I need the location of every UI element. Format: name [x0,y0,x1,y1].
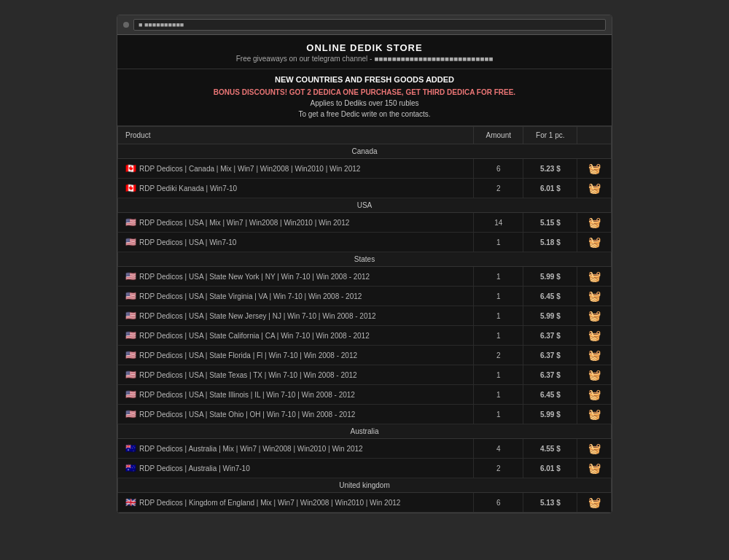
add-to-cart-button[interactable]: 🧺 [588,236,601,248]
cart-cell[interactable]: 🧺 [577,385,612,405]
table-row: 🇺🇸 RDP Dedicos | USA | State Ohio | OH |… [118,405,612,424]
cart-cell[interactable]: 🧺 [577,326,612,346]
store-telegram: Free giveaways on our telegram channel -… [132,55,597,63]
product-name-cell: 🇺🇸 RDP Dedicos | USA | State Virginia | … [118,287,474,306]
cart-cell[interactable]: 🧺 [577,233,612,252]
product-name-text: RDP Dediki Kanada | Win7-10 [139,184,237,192]
flag-icon: 🇬🇧 [125,497,136,508]
product-name-text: RDP Dedicos | USA | State California | C… [139,332,370,340]
cart-cell[interactable]: 🧺 [577,365,612,385]
product-name-cell: 🇺🇸 RDP Dedicos | USA | State New York | … [118,267,474,287]
browser-window: ■ ■■■■■■■■■■ ONLINE DEDIK STORE Free giv… [117,15,612,513]
news-title: NEW COUNTRIES AND FRESH GOODS ADDED [132,75,597,84]
product-name-cell: 🇬🇧 RDP Dedicos | Kingdom of England | Mi… [118,493,474,513]
cart-cell[interactable]: 🧺 [577,306,612,326]
amount-cell: 1 [474,326,523,346]
add-to-cart-button[interactable]: 🧺 [588,497,601,508]
product-name-text: RDP Dedicos | Australia | Win7-10 [139,464,250,472]
product-name-cell: 🇺🇸 RDP Dedicos | USA | State California … [118,326,474,346]
product-name-cell: 🇦🇺 RDP Dedicos | Australia | Mix | Win7 … [118,439,474,459]
product-name-text: RDP Dedicos | USA | State Ohio | OH | Wi… [139,411,355,419]
product-name-text: RDP Dedicos | USA | State Florida | Fl |… [139,351,357,359]
flag-icon: 🇺🇸 [125,291,136,301]
cart-cell[interactable]: 🧺 [577,459,612,478]
category-name: United kingdom [118,478,612,493]
col-header-price: For 1 pc. [523,127,577,144]
col-header-amount: Amount [474,127,523,144]
add-to-cart-button[interactable]: 🧺 [588,389,601,400]
add-to-cart-button[interactable]: 🧺 [588,310,601,322]
price-cell: 6.37 $ [523,326,577,346]
add-to-cart-button[interactable]: 🧺 [588,349,601,361]
add-to-cart-button[interactable]: 🧺 [588,369,601,381]
table-row: 🇺🇸 RDP Dedicos | USA | Mix | Win7 | Win2… [118,213,612,233]
amount-cell: 1 [474,385,523,405]
cart-cell[interactable]: 🧺 [577,179,612,198]
amount-cell: 1 [474,306,523,326]
flag-icon: 🇺🇸 [125,389,136,400]
cart-cell[interactable]: 🧺 [577,346,612,365]
cart-cell[interactable]: 🧺 [577,493,612,513]
table-row: 🇺🇸 RDP Dedicos | USA | State Illinois | … [118,385,612,405]
category-row: USA [118,198,612,213]
flag-icon: 🇺🇸 [125,271,136,281]
price-cell: 6.37 $ [523,365,577,385]
browser-url[interactable]: ■ ■■■■■■■■■■ [133,19,606,31]
product-name-text: RDP Dedicos | USA | State New Jersey | N… [139,312,376,320]
category-name: Canada [118,144,612,159]
product-name-text: RDP Dedicos | USA | Win7-10 [139,238,236,246]
cart-cell[interactable]: 🧺 [577,439,612,459]
cart-cell[interactable]: 🧺 [577,405,612,424]
product-name-cell: 🇺🇸 RDP Dedicos | USA | State Illinois | … [118,385,474,405]
add-to-cart-button[interactable]: 🧺 [588,271,601,282]
store-title: ONLINE DEDIK STORE [132,42,597,53]
flag-icon: 🇺🇸 [125,409,136,419]
add-to-cart-button[interactable]: 🧺 [588,217,601,228]
price-cell: 6.37 $ [523,346,577,365]
add-to-cart-button[interactable]: 🧺 [588,443,601,454]
bonus-text: BONUS DISCOUNTS! GOT 2 DEDICA ONE PURCHA… [132,87,597,120]
store-content: ONLINE DEDIK STORE Free giveaways on our… [117,35,612,513]
product-name-cell: 🇺🇸 RDP Dedicos | USA | State New Jersey … [118,306,474,326]
price-cell: 5.13 $ [523,493,577,513]
cart-cell[interactable]: 🧺 [577,287,612,306]
category-row: States [118,252,612,267]
amount-cell: 1 [474,405,523,424]
add-to-cart-button[interactable]: 🧺 [588,330,601,341]
add-to-cart-button[interactable]: 🧺 [588,290,601,302]
flag-icon: 🇨🇦 [125,163,136,174]
table-row: 🇺🇸 RDP Dedicos | USA | State Florida | F… [118,346,612,365]
cart-cell[interactable]: 🧺 [577,267,612,287]
browser-dot [123,22,129,28]
price-cell: 6.01 $ [523,459,577,478]
amount-cell: 2 [474,346,523,365]
flag-icon: 🇺🇸 [125,311,136,321]
product-name-cell: 🇦🇺 RDP Dedicos | Australia | Win7-10 [118,459,474,478]
add-to-cart-button[interactable]: 🧺 [588,182,601,194]
product-name-cell: 🇺🇸 RDP Dedicos | USA | State Ohio | OH |… [118,405,474,424]
product-name-text: RDP Dedicos | USA | State Virginia | VA … [139,292,362,300]
flag-icon: 🇦🇺 [125,443,136,454]
category-row: Canada [118,144,612,159]
cart-cell[interactable]: 🧺 [577,159,612,179]
amount-cell: 1 [474,233,523,252]
table-row: 🇬🇧 RDP Dedicos | Kingdom of England | Mi… [118,493,612,513]
flag-icon: 🇦🇺 [125,463,136,473]
category-row: United kingdom [118,478,612,493]
add-to-cart-button[interactable]: 🧺 [588,408,601,420]
price-cell: 5.18 $ [523,233,577,252]
product-name-text: RDP Dedicos | USA | State Illinois | IL … [139,391,355,399]
price-cell: 6.45 $ [523,287,577,306]
product-name-text: RDP Dedicos | USA | State Texas | TX | W… [139,371,357,379]
add-to-cart-button[interactable]: 🧺 [588,462,601,474]
product-table: Product Amount For 1 pc. Canada 🇨🇦 RDP D… [117,126,612,513]
amount-cell: 1 [474,365,523,385]
cart-cell[interactable]: 🧺 [577,213,612,233]
table-row: 🇺🇸 RDP Dedicos | USA | State New York | … [118,267,612,287]
table-row: 🇦🇺 RDP Dedicos | Australia | Win7-10 2 6… [118,459,612,478]
add-to-cart-button[interactable]: 🧺 [588,163,601,174]
table-row: 🇺🇸 RDP Dedicos | USA | Win7-10 1 5.18 $ … [118,233,612,252]
category-name: Australia [118,424,612,439]
product-name-cell: 🇺🇸 RDP Dedicos | USA | State Texas | TX … [118,365,474,385]
product-name-cell: 🇨🇦 RDP Dediki Kanada | Win7-10 [118,179,474,198]
